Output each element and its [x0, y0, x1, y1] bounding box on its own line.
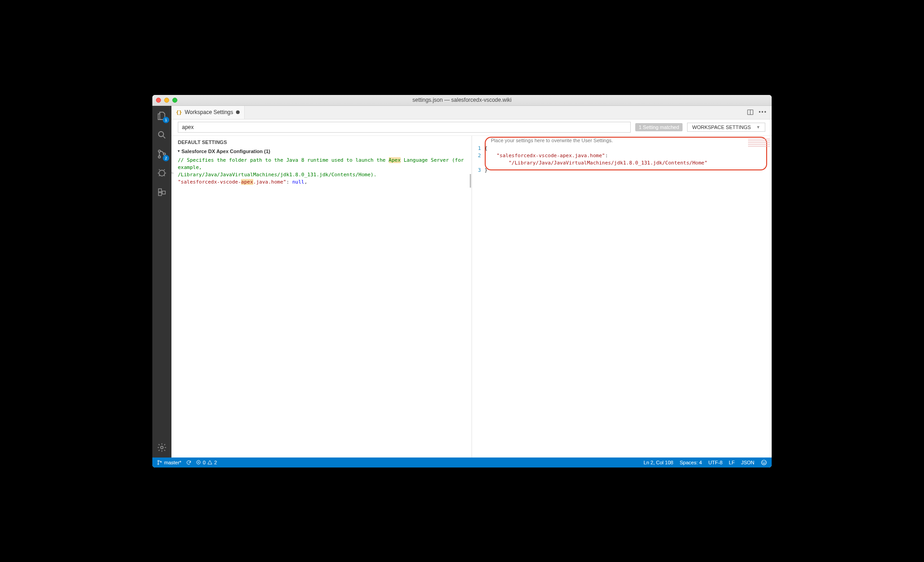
svg-point-16: [764, 462, 765, 462]
git-branch-status[interactable]: master*: [157, 460, 181, 465]
default-settings-pane: DEFAULT SETTINGS ▾ Salesforce DX Apex Co…: [171, 136, 472, 458]
explorer-icon[interactable]: 1: [156, 109, 168, 122]
svg-point-14: [762, 460, 767, 465]
settings-scope-label: WORKSPACE SETTINGS: [692, 124, 751, 130]
dirty-indicator-icon: [236, 110, 240, 114]
search-icon[interactable]: [156, 129, 168, 141]
settings-search-bar: 1 Setting matched WORKSPACE SETTINGS ▼: [171, 119, 772, 136]
svg-point-8: [161, 446, 163, 449]
svg-point-1: [158, 150, 161, 152]
titlebar: settings.json — salesforcedx-vscode.wiki: [152, 95, 772, 106]
encoding-status[interactable]: UTF-8: [708, 460, 723, 465]
svg-point-11: [158, 463, 159, 465]
debug-icon[interactable]: [156, 167, 168, 179]
settings-override-hint: Place your settings here to overwrite th…: [472, 136, 772, 144]
eol-status[interactable]: LF: [729, 460, 735, 465]
settings-search-input[interactable]: [178, 122, 631, 133]
workspace-settings-pane: Place your settings here to overwrite th…: [472, 136, 772, 458]
settings-category-row[interactable]: ▾ Salesforce DX Apex Configuration (1): [171, 147, 472, 156]
indentation-status[interactable]: Spaces: 4: [680, 460, 702, 465]
status-bar: master* 0 2 Ln 2, Col 108 Spaces: 4 UTF-…: [152, 458, 772, 468]
tab-label: Workspace Settings: [185, 109, 233, 115]
svg-rect-7: [162, 191, 166, 194]
svg-point-2: [158, 156, 161, 158]
activity-bar: 1 2: [152, 106, 171, 458]
app-window: settings.json — salesforcedx-vscode.wiki…: [152, 95, 772, 468]
extensions-icon[interactable]: [156, 186, 168, 199]
edit-pencil-icon[interactable]: ✎: [171, 169, 175, 177]
settings-gear-icon[interactable]: [156, 441, 168, 454]
svg-point-10: [158, 460, 159, 462]
problems-status[interactable]: 0 2: [196, 460, 217, 465]
default-settings-heading: DEFAULT SETTINGS: [171, 136, 472, 147]
scm-badge: 2: [163, 155, 169, 161]
svg-point-15: [763, 462, 763, 462]
source-control-icon[interactable]: 2: [156, 148, 168, 160]
window-title: settings.json — salesforcedx-vscode.wiki: [152, 97, 772, 103]
json-file-icon: {}: [176, 109, 182, 115]
more-actions-icon[interactable]: •••: [758, 109, 767, 115]
minimap[interactable]: [748, 139, 770, 147]
tab-workspace-settings[interactable]: {} Workspace Settings: [171, 106, 245, 119]
sync-status[interactable]: [186, 460, 191, 465]
settings-match-badge: 1 Setting matched: [635, 123, 683, 131]
settings-category-label: Salesforce DX Apex Configuration (1): [181, 149, 270, 154]
cursor-position-status[interactable]: Ln 2, Col 108: [643, 460, 673, 465]
svg-rect-6: [159, 192, 162, 195]
explorer-badge: 1: [163, 117, 169, 123]
settings-scope-dropdown[interactable]: WORKSPACE SETTINGS ▼: [687, 123, 765, 132]
editor-group: {} Workspace Settings ••• 1 Setting matc…: [171, 106, 772, 458]
workspace-settings-code[interactable]: 1 2 3 { "salesforcedx-vscode-apex.java.h…: [472, 144, 772, 179]
svg-point-0: [159, 131, 164, 136]
split-editor-icon[interactable]: [747, 109, 754, 116]
svg-point-4: [159, 170, 165, 176]
tabs-bar: {} Workspace Settings •••: [171, 106, 772, 119]
chevron-down-icon: ▼: [756, 125, 760, 129]
chevron-down-icon: ▾: [178, 149, 180, 153]
svg-rect-5: [159, 189, 162, 192]
line-gutter: 1 2 3: [472, 145, 485, 174]
default-settings-code[interactable]: ✎ // Specifies the folder path to the Ja…: [171, 156, 472, 190]
feedback-smiley-icon[interactable]: [761, 459, 767, 466]
language-mode-status[interactable]: JSON: [741, 460, 754, 465]
